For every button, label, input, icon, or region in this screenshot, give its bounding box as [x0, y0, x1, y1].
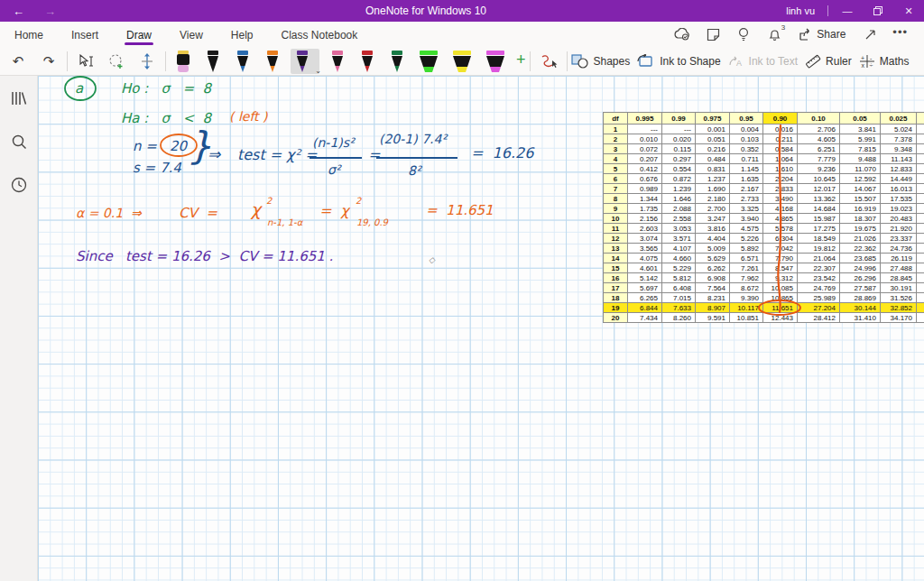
ink-since-line: Since test = 16.26 > CV = 11.651 . — [76, 250, 333, 263]
share-button[interactable]: Share — [793, 28, 851, 41]
ribbon-menu: Home Insert Draw View Help Class Noteboo… — [0, 22, 924, 47]
recent-notes-icon[interactable] — [9, 175, 29, 195]
draw-with-touch-icon[interactable] — [538, 51, 559, 72]
tab-view[interactable]: View — [178, 23, 205, 45]
lasso-select-icon[interactable] — [106, 51, 127, 72]
highlighter-magenta[interactable] — [482, 49, 509, 74]
notifications-bell-icon[interactable]: 3 — [762, 24, 786, 44]
ink-to-text-icon: A — [728, 54, 744, 69]
svg-text:-: - — [870, 54, 873, 60]
ink-cursor-diamond: ◇ — [429, 256, 435, 264]
tab-insert[interactable]: Insert — [69, 23, 100, 45]
sticky-notes-icon[interactable] — [701, 24, 725, 44]
svg-text:A: A — [736, 59, 742, 68]
svg-text:x: x — [861, 62, 864, 69]
ink-frac2-num: (20-1) 7.4² — [379, 133, 447, 145]
ruler-label: Ruler — [826, 55, 852, 68]
ink-frac1-den: σ² — [328, 163, 341, 176]
ink-frac2-den: 8² — [408, 164, 421, 177]
ink-to-text-button: A Ink to Text — [725, 54, 801, 69]
maths-label: Maths — [880, 55, 910, 68]
note-canvas[interactable]: df0.9950.990.9750.950.900.100.050.0250.0… — [38, 76, 924, 581]
pen-red[interactable] — [356, 49, 379, 74]
add-pen-icon[interactable]: + — [514, 51, 530, 71]
restore-button[interactable] — [863, 0, 893, 22]
ink-n-val: 20 — [170, 140, 187, 153]
select-tool-icon[interactable] — [75, 51, 97, 72]
tab-home[interactable]: Home — [13, 23, 45, 45]
close-button[interactable]: ✕ — [893, 0, 924, 22]
svg-text:÷: ÷ — [869, 62, 873, 69]
ink-test-val: = 16.26 — [471, 146, 533, 161]
tab-class-notebook[interactable]: Class Notebook — [280, 23, 360, 45]
pen-purple[interactable]: ⌄ — [291, 49, 319, 74]
tab-draw[interactable]: Draw — [125, 23, 153, 45]
highlighter-green[interactable] — [415, 49, 442, 74]
ink-eq-2: = — [368, 148, 380, 162]
ink-chi1-sub: n-1, 1-α — [267, 218, 302, 227]
ink-left-note: ( left ) — [229, 110, 268, 123]
maths-button[interactable]: +-x÷ Maths — [855, 54, 913, 69]
title-bar: ← → OneNote for Windows 10 linh vu — ✕ — [0, 0, 924, 22]
ink-to-shape-button[interactable]: Ink to Shape — [633, 54, 724, 69]
ink-to-text-label: Ink to Text — [749, 55, 798, 68]
user-name[interactable]: linh vu — [786, 5, 815, 16]
ink-to-shape-icon — [637, 54, 655, 69]
notification-count: 3 — [781, 23, 785, 32]
more-options-icon[interactable]: ••• — [889, 25, 915, 44]
share-label: Share — [817, 28, 845, 41]
ink-alpha-line: α = 0.1 ⇒ — [76, 207, 142, 219]
back-icon[interactable]: ← — [13, 5, 24, 18]
ink-frac2-bar — [376, 157, 457, 159]
ink-layer: aHo : σ = 8Ha : σ < 8( left )n =20s = 7.… — [38, 76, 924, 581]
shapes-button[interactable]: Shapes — [568, 54, 634, 69]
shapes-label: Shapes — [594, 55, 631, 68]
ruler-button[interactable]: Ruler — [801, 54, 855, 69]
ink-part-label: a — [75, 82, 83, 96]
sync-status-icon[interactable] — [670, 24, 694, 44]
tab-help[interactable]: Help — [229, 23, 255, 45]
ink-to-shape-label: Ink to Shape — [660, 55, 720, 68]
window-title: OneNote for Windows 10 — [108, 5, 744, 17]
ink-test-eq: test = χ² = — [237, 148, 317, 162]
ink-chi2-sub: 19, 0.9 — [356, 218, 388, 227]
redo-icon[interactable]: ↷ — [38, 51, 60, 72]
ink-cv-eq: CV = — [179, 207, 217, 220]
ink-cv-val: = 11.651 — [426, 204, 494, 217]
left-sidebar — [0, 76, 38, 581]
undo-icon[interactable]: ↶ — [7, 51, 29, 72]
ink-chi1-sup: 2 — [266, 197, 272, 206]
ruler-icon — [805, 54, 821, 69]
pen-green[interactable] — [385, 49, 409, 74]
pen-orange[interactable] — [261, 49, 284, 74]
ink-frac1-bar — [310, 157, 362, 159]
ink-frac1-num: (n-1)s² — [312, 136, 355, 149]
pen-black[interactable] — [201, 49, 225, 74]
maths-icon: +-x÷ — [859, 54, 875, 69]
share-icon — [799, 28, 813, 41]
svg-text:+: + — [861, 54, 864, 60]
shapes-icon — [571, 54, 589, 69]
highlighter-yellow[interactable] — [448, 49, 476, 74]
search-icon[interactable] — [9, 132, 29, 152]
pen-blue[interactable] — [231, 49, 254, 74]
forward-icon: → — [44, 5, 56, 18]
ink-chi1: χ — [251, 201, 261, 218]
ink-s-eq: s = 7.4 — [133, 161, 181, 175]
ink-arrow-1: ⇒ — [208, 147, 220, 162]
fullscreen-icon[interactable] — [858, 24, 882, 44]
draw-toolbar: ↶ ↷ ⌄ + Shapes Ink to Shape A Ink to Tex… — [0, 47, 924, 76]
pen-gallery: ⌄ — [166, 49, 514, 74]
ink-eq-chi2: = χ — [319, 204, 349, 218]
pen-options-chevron-icon[interactable]: ⌄ — [315, 67, 321, 75]
lightbulb-icon[interactable] — [732, 24, 755, 44]
notebooks-icon[interactable] — [9, 88, 29, 108]
ink-h0-line: Ho : σ = 8 — [121, 82, 211, 96]
eraser-tool[interactable] — [171, 49, 195, 74]
pen-pink[interactable] — [326, 49, 349, 74]
titlebar-divider — [827, 5, 828, 16]
minimize-button[interactable]: — — [832, 0, 863, 22]
ink-n-eq: n = — [133, 140, 157, 153]
space-tool-icon[interactable] — [136, 51, 158, 72]
ink-chi2-sup: 2 — [356, 197, 361, 206]
